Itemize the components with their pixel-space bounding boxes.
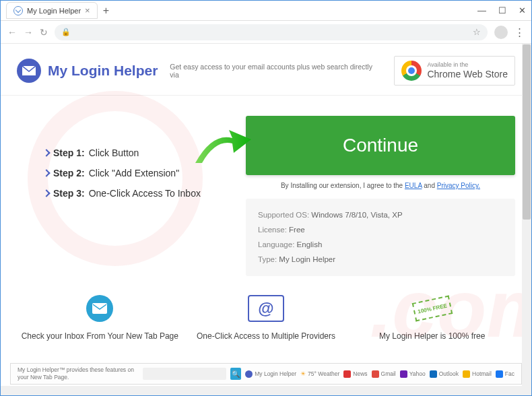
features-row: Check your Inbox From Your New Tab Page …	[1, 283, 531, 354]
cws-store-name: Chrome Web Store	[427, 69, 508, 80]
footer-note: My Login Helper™ provides these features…	[18, 366, 139, 381]
footer-link-outlook[interactable]: Outlook	[430, 370, 459, 378]
free-stamp-icon: 100% FREE	[411, 296, 453, 322]
horizontal-scrollbar[interactable]	[1, 386, 522, 395]
agreement-text: By Installing our extension, I agree to …	[246, 182, 515, 189]
reload-button[interactable]: ↻	[40, 27, 48, 38]
forward-button[interactable]: →	[24, 27, 33, 38]
footer-search-button[interactable]: 🔍	[230, 368, 242, 380]
tagline: Get easy access to your email accounts p…	[170, 63, 382, 79]
tab-favicon	[13, 6, 23, 15]
profile-avatar[interactable]	[494, 26, 508, 39]
chrome-icon	[401, 61, 422, 81]
brand-name: My Login Helper	[48, 63, 158, 79]
page-header: My Login Helper Get easy access to your …	[1, 44, 531, 96]
arrow-icon	[192, 126, 253, 176]
feature-providers: @ One-Click Access to Multiple Providers	[183, 292, 350, 341]
browser-menu-button[interactable]: ⋮	[514, 26, 525, 38]
tab-close-icon[interactable]: ×	[85, 5, 90, 15]
footer-brand-chip[interactable]: My Login Helper	[245, 370, 296, 378]
mail-icon	[86, 295, 113, 322]
cws-available-label: Available in the	[427, 61, 508, 69]
footer-link-yahoo[interactable]: Yahoo	[400, 370, 426, 378]
footer-link-news[interactable]: News	[343, 370, 367, 378]
feature-inbox: Check your Inbox From Your New Tab Page	[17, 292, 183, 341]
vertical-scrollbar[interactable]	[522, 44, 531, 395]
bookmark-star-icon[interactable]: ☆	[473, 27, 481, 37]
footer-link-hotmail[interactable]: Hotmail	[463, 370, 492, 378]
eula-link[interactable]: EULA	[405, 182, 422, 189]
brand-logo: My Login Helper	[17, 59, 158, 83]
system-info-box: Supported OS: Windows 7/8/10, Vista, XP …	[246, 199, 515, 276]
page-content: .com My Login Helper Get easy access to …	[1, 44, 531, 395]
lock-icon: 🔒	[61, 28, 71, 36]
address-bar: ← → ↻ 🔒 ☆ ⋮	[1, 21, 531, 44]
minimize-button[interactable]: —	[477, 5, 486, 15]
close-window-button[interactable]: ✕	[519, 5, 526, 15]
privacy-link[interactable]: Privacy Policy.	[437, 182, 480, 189]
back-button[interactable]: ←	[7, 27, 17, 38]
footer-search-input[interactable]	[143, 368, 226, 380]
step-3: Step 3: One-Click Access To Inbox	[44, 183, 232, 203]
footer-weather-chip[interactable]: ☀75° Weather	[300, 370, 339, 377]
footer-link-gmail[interactable]: Gmail	[372, 370, 396, 378]
svg-rect-0	[92, 303, 107, 314]
envelope-icon	[17, 59, 41, 83]
at-sign-icon: @	[248, 295, 284, 322]
new-tab-button[interactable]: +	[103, 5, 109, 17]
browser-tab[interactable]: My Login Helper ×	[6, 2, 98, 19]
feature-free: 100% FREE My Login Helper is 100% free	[349, 292, 515, 341]
titlebar: My Login Helper × + — ☐ ✕	[1, 1, 531, 21]
footer-bar: My Login Helper™ provides these features…	[10, 363, 522, 385]
maximize-button[interactable]: ☐	[498, 5, 506, 15]
tab-title: My Login Helper	[27, 7, 81, 15]
chrome-web-store-badge[interactable]: Available in the Chrome Web Store	[394, 56, 515, 86]
continue-button[interactable]: Continue	[246, 116, 515, 175]
footer-link-facebook[interactable]: Fac	[496, 370, 514, 378]
url-field[interactable]: 🔒 ☆	[55, 24, 488, 40]
